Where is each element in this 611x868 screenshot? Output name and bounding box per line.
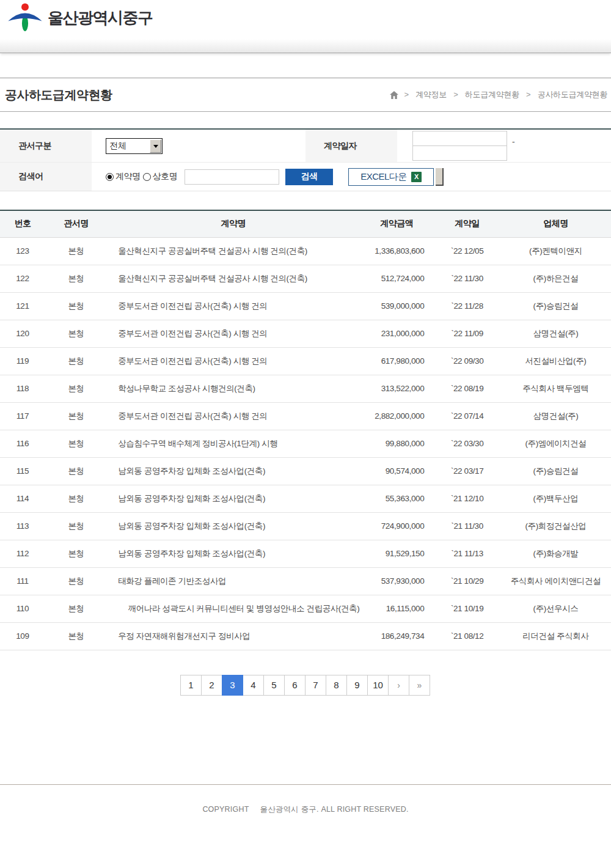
cell-amount: 99,880,000 [359,430,434,457]
cell-contract-name: 중부도서관 이전건립 공사(건축) 시행 건의 [107,347,359,375]
cell-amount: 1,336,803,600 [359,237,434,265]
cell-company: (주)승림건설 [500,457,611,485]
cell-contract-name: 상습침수구역 배수체계 정비공사(1단계) 시행 [107,430,359,457]
breadcrumb-item[interactable]: 하도급계약현황 [465,90,519,99]
cell-no: 117 [0,402,45,430]
cell-date: `22 09/30 [434,347,500,375]
select-dropdown-arrow-icon[interactable] [150,139,161,153]
cell-no: 119 [0,347,45,375]
cell-no: 112 [0,540,45,567]
breadcrumb-separator: > [526,90,530,99]
excel-download-label: EXCEL다운 [360,171,407,183]
cell-no: 123 [0,237,45,265]
table-row: 110 본청 깨어나라 성곽도시 커뮤니티센터 및 병영성안내소 건립공사(건축… [0,595,611,622]
page-button[interactable]: 7 [305,675,326,696]
table-row: 117 본청 중부도서관 이전건립 공사(건축) 시행 건의 2,882,000… [0,402,611,430]
cell-amount: 16,115,000 [359,595,434,622]
cell-dept: 본청 [45,540,107,567]
cell-contract-name: 중부도서관 이전건립 공사(건축) 시행 건의 [107,320,359,347]
site-logo[interactable]: 울산광역시중구 [6,3,153,32]
radio-contract-name-label: 계약명 [115,171,141,182]
page-button[interactable]: » [409,675,430,696]
page-button-label: 8 [334,680,338,690]
cell-amount: 55,363,000 [359,485,434,512]
radio-company-name-label: 상호명 [153,171,178,182]
col-header-no: 번호 [0,210,45,237]
rights-text: 울산광역시 중구. ALL RIGHT RESERVED. [260,805,409,814]
table-row: 119 본청 중부도서관 이전건립 공사(건축) 시행 건의 617,980,0… [0,347,611,375]
breadcrumb-item[interactable]: 계약정보 [415,90,447,99]
cell-dept: 본청 [45,402,107,430]
cell-amount: 2,882,000,000 [359,402,434,430]
cell-amount: 539,000,000 [359,292,434,320]
table-row: 109 본청 우정 자연재해위험개선지구 정비사업 186,249,734 `2… [0,622,611,650]
cell-date: `22 08/19 [434,375,500,402]
cell-no: 121 [0,292,45,320]
page-button[interactable]: › [388,675,409,696]
dept-label: 관서구분 [0,130,92,162]
cell-contract-name: 남외동 공영주차장 입체화 조성사업(건축) [107,457,359,485]
legacy-button-artifact[interactable] [436,168,444,186]
cell-no: 120 [0,320,45,347]
dept-select[interactable]: 전체 [106,138,163,154]
keyword-input[interactable] [185,169,279,185]
page-button[interactable]: 3 [222,675,243,696]
cell-contract-name: 울산혁신지구 공공실버주택 건설공사 시행 건의(건축) [107,237,359,265]
cell-company: 서진설비산업(주) [500,347,611,375]
breadcrumb-separator: > [453,90,458,99]
table-row: 120 본청 중부도서관 이전건립 공사(건축) 시행 건의 231,000,0… [0,320,611,347]
cell-dept: 본청 [45,595,107,622]
table-row: 123 본청 울산혁신지구 공공실버주택 건설공사 시행 건의(건축) 1,33… [0,237,611,265]
cell-company: (주)화승개발 [500,540,611,567]
cell-contract-name: 우정 자연재해위험개선지구 정비사업 [107,622,359,650]
col-header-company: 업체명 [500,210,611,237]
radio-company-name[interactable]: 상호명 [143,171,178,182]
cell-date: `22 12/05 [434,237,500,265]
radio-unselected-icon[interactable] [143,173,151,181]
cell-dept: 본청 [45,567,107,595]
col-header-date: 계약일 [434,210,500,237]
page-button[interactable]: 4 [243,675,264,696]
keyword-label: 검색어 [0,163,92,191]
header-gnb-band [0,35,611,53]
site-name[interactable]: 울산광역시중구 [48,7,153,29]
page-button[interactable]: 6 [284,675,306,696]
cell-date: `22 11/30 [434,265,500,292]
page-button[interactable]: 5 [263,675,285,696]
radio-selected-icon[interactable] [106,173,114,181]
page-button[interactable]: 1 [180,675,202,696]
cell-date: `22 03/17 [434,457,500,485]
table-row: 115 본청 남외동 공영주차장 입체화 조성사업(건축) 90,574,000… [0,457,611,485]
excel-download-button[interactable]: EXCEL다운 X [348,168,434,186]
table-row: 113 본청 남외동 공영주차장 입체화 조성사업(건축) 724,900,00… [0,512,611,540]
home-icon[interactable] [390,91,398,99]
cell-dept: 본청 [45,430,107,457]
page-button-label: 1 [188,680,193,690]
date-from-input[interactable] [412,131,507,146]
page-button[interactable]: 9 [346,675,368,696]
cell-contract-name: 깨어나라 성곽도시 커뮤니티센터 및 병영성안내소 건립공사(건축) [107,595,359,622]
radio-contract-name[interactable]: 계약명 [106,171,141,182]
search-button[interactable]: 검색 [285,169,333,185]
cell-no: 122 [0,265,45,292]
cell-company: 삼명건설(주) [500,402,611,430]
cell-amount: 231,000,000 [359,320,434,347]
site-header: 울산광역시중구 [0,0,611,35]
copyright-label: COPYRIGHT [202,805,249,814]
cell-dept: 본청 [45,457,107,485]
page-button[interactable]: 10 [367,675,389,696]
page-button[interactable]: 8 [326,675,347,696]
cell-amount: 91,529,150 [359,540,434,567]
date-range-separator: - [512,137,515,147]
breadcrumb-item[interactable]: 공사하도급계약현황 [538,90,607,99]
cell-company: (주)희정건설산업 [500,512,611,540]
pagination: 1 2 3 4 5 6 7 8 9 10 [0,675,611,696]
cell-dept: 본청 [45,485,107,512]
cell-contract-name: 울산혁신지구 공공실버주택 건설공사 시행 건의(건축) [107,265,359,292]
cell-date: `22 03/30 [434,430,500,457]
page-title: 공사하도급계약현황 [5,87,112,103]
page-button[interactable]: 2 [201,675,222,696]
search-form: 관서구분 전체 계약일자 - 검색어 계약명 상호명 [0,128,611,191]
date-to-input[interactable] [412,145,507,161]
cell-dept: 본청 [45,237,107,265]
